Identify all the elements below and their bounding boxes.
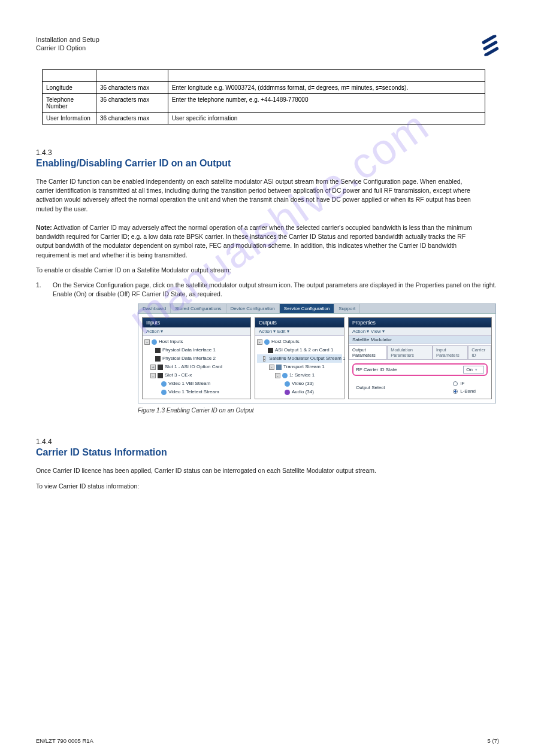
embedded-screenshot: Dashboard Stored Configurations Device C… [138, 303, 496, 403]
inputs-header: Inputs [143, 318, 250, 327]
radio-lband-label: L-Band [460, 388, 476, 394]
tab-stored[interactable]: Stored Configurations [171, 304, 226, 313]
cell: Enter longitude e.g. W0003724, (dddmmss … [168, 82, 485, 94]
tree-item[interactable]: Physical Data Interface 2 [162, 355, 216, 362]
main-tabs: Dashboard Stored Configurations Device C… [138, 304, 495, 314]
table-row: Telephone Number 36 characters max Enter… [43, 94, 485, 113]
cell [168, 70, 485, 82]
doc-header-line1: Installation and Setup [36, 36, 499, 43]
rf-carrier-id-dropdown[interactable]: On [463, 366, 484, 374]
note-text: Activation of Carrier ID may adversely a… [36, 224, 472, 259]
tree-item-selected[interactable]: Satellite Modulator Output Stream 1 [269, 355, 345, 362]
stream-icon [161, 390, 167, 395]
cell: 36 characters max [96, 82, 168, 94]
tree-item[interactable]: Video (33) [292, 380, 314, 387]
video-icon [285, 381, 290, 387]
outputs-action-menu[interactable]: Action ▾ Edit ▾ [255, 327, 344, 336]
subtab-carrier-id[interactable]: Carrier ID [468, 345, 491, 359]
radio-if[interactable] [453, 381, 458, 386]
tree-item[interactable]: Slot 3 - CE-x [165, 372, 192, 379]
cell [43, 70, 96, 82]
paragraph: To enable or disable Carrier ID on a Sat… [36, 266, 479, 275]
ts-icon [276, 365, 282, 370]
properties-panel: Properties Action ▾ View ▾ Satellite Mod… [348, 317, 492, 399]
tab-dashboard[interactable]: Dashboard [138, 304, 171, 313]
step-row: 1. On the Service Configuration page, cl… [36, 281, 499, 299]
table-row: Longitude 36 characters max Enter longit… [43, 82, 485, 94]
subtab-output-parameters[interactable]: Output Parameters [349, 345, 387, 359]
tree-item[interactable]: Video 1 VBI Stream [168, 380, 210, 387]
outputs-header: Outputs [255, 318, 344, 327]
tree-item[interactable]: 1: Service 1 [289, 372, 315, 379]
inputs-panel: Inputs Action ▾ -Host Inputs Physical Da… [142, 317, 251, 399]
interface-icon [155, 348, 161, 353]
inputs-action-menu[interactable]: Action ▾ [143, 327, 250, 336]
footer-right: 5 (7) [487, 737, 499, 744]
radio-if-label: IF [460, 381, 464, 386]
audio-icon [285, 390, 290, 395]
paragraph: To view Carrier ID status information: [36, 482, 479, 491]
cell [96, 70, 168, 82]
property-subtabs: Output Parameters Modulation Parameters … [349, 345, 491, 360]
tree-item[interactable]: Slot 1 - ASI IO Option Card [165, 363, 222, 371]
properties-header: Properties [349, 318, 491, 327]
collapse-icon[interactable]: - [257, 339, 262, 345]
stream-icon [161, 381, 167, 387]
tree-item[interactable]: Video 1 Teletext Stream [168, 388, 219, 396]
rf-carrier-id-highlight: RF Carrier ID State On [352, 363, 488, 376]
output-icon [268, 348, 273, 353]
section-number: 1.4.3 [36, 148, 499, 157]
cell: Enter the telephone number, e.g. +44-148… [168, 94, 485, 113]
cell: Longitude [43, 82, 96, 94]
note-block: Note: Activation of Carrier ID may adver… [36, 223, 479, 260]
host-icon [264, 339, 270, 345]
paragraph: The Carrier ID function can be enabled i… [36, 177, 479, 214]
tab-support[interactable]: Support [334, 304, 360, 313]
paragraph: Once Carrier ID licence has been applied… [36, 466, 479, 475]
tree-root[interactable]: Host Outputs [271, 338, 300, 345]
expand-icon[interactable]: + [150, 365, 156, 370]
step-number: 1. [36, 281, 53, 299]
interface-icon [155, 356, 161, 362]
tree-item[interactable]: ASI Output 1 & 2 on Card 1 [275, 347, 333, 354]
cell: User specific information [168, 113, 485, 125]
tree-item[interactable]: Physical Data Interface 1 [162, 347, 216, 354]
tab-service[interactable]: Service Configuration [280, 304, 334, 313]
doc-header-line2: Carrier ID Option [36, 44, 499, 51]
outputs-panel: Outputs Action ▾ Edit ▾ -Host Outputs AS… [255, 317, 344, 399]
cell: Telephone Number [43, 94, 96, 113]
note-label: Note: [36, 224, 52, 231]
collapse-icon[interactable]: - [144, 339, 150, 345]
rf-carrier-id-label: RF Carrier ID State [356, 367, 397, 372]
cell: User Information [43, 113, 96, 125]
service-icon [282, 373, 288, 378]
radio-lband[interactable] [453, 389, 458, 394]
cell: 36 characters max [96, 94, 168, 113]
subtab-input-parameters[interactable]: Input Parameters [433, 345, 468, 359]
cell: 36 characters max [96, 113, 168, 125]
tree-item[interactable]: Transport Stream 1 [283, 363, 325, 371]
section-number: 1.4.4 [36, 438, 499, 446]
card-icon [158, 365, 163, 370]
subtab-modulation-parameters[interactable]: Modulation Parameters [387, 345, 433, 359]
collapse-icon[interactable]: - [275, 373, 280, 378]
collapse-icon[interactable]: - [269, 365, 274, 370]
spec-table: Longitude 36 characters max Enter longit… [42, 69, 485, 125]
host-icon [152, 339, 157, 345]
footer-left: EN/LZT 790 0005 R1A [36, 737, 93, 744]
tree-item[interactable]: Audio (34) [292, 388, 314, 396]
section-title: Enabling/Disabling Carrier ID on an Outp… [36, 158, 499, 169]
properties-action-menu[interactable]: Action ▾ View ▾ [349, 327, 491, 336]
output-select-label: Output Select [352, 385, 385, 390]
card-icon [158, 373, 163, 378]
tree-root[interactable]: Host Inputs [159, 338, 183, 345]
collapse-icon[interactable]: - [150, 373, 156, 378]
tab-device[interactable]: Device Configuration [226, 304, 280, 313]
table-row [43, 70, 485, 82]
properties-group: Satellite Modulator [349, 336, 491, 344]
section-title: Carrier ID Status Information [36, 447, 499, 458]
collapse-icon[interactable]: - [263, 356, 265, 362]
figure-caption: Figure 1.3 Enabling Carrier ID on an Out… [138, 407, 499, 414]
step-text: On the Service Configuration page, click… [53, 281, 499, 299]
table-row: User Information 36 characters max User … [43, 113, 485, 125]
